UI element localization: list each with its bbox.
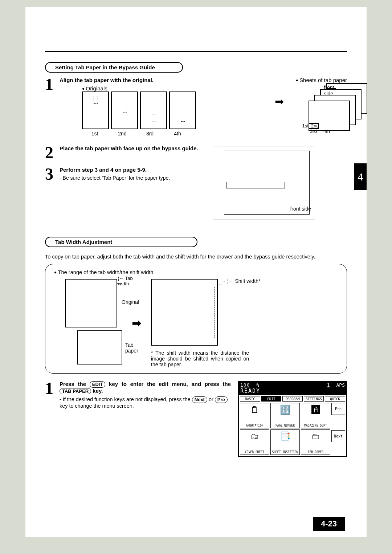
step-number: 3	[45, 167, 60, 182]
edit-key: EDIT	[90, 381, 106, 388]
next-key: Next	[192, 396, 207, 403]
press-edit-instruction: Press the EDIT key to enter the edit men…	[60, 381, 231, 394]
section-title-2: Tab Width Adjustment	[45, 237, 197, 247]
shift-width-note: * The shift width means the distance the…	[151, 350, 249, 367]
arrow-icon: ➡	[275, 95, 284, 108]
lcd-btn-next[interactable]: Next	[331, 430, 345, 442]
step3-title: Perform step 3 and 4 on page 5-9.	[60, 167, 201, 173]
originals-diagram	[82, 91, 263, 129]
lcd-status: READY	[239, 388, 346, 395]
step-number: 2	[45, 145, 60, 160]
page-number: 4-23	[313, 517, 345, 531]
step1-title: Align the tab paper with the original.	[60, 77, 263, 83]
manual-page: 4 Setting Tab Paper in the Bypass Guide …	[25, 7, 367, 537]
lcd-tab-basic[interactable]: BASIC	[240, 396, 260, 402]
lcd-screen: 100 % 1 APS READY BASIC EDIT PROGRAM SET…	[238, 381, 347, 457]
chapter-tab: 4	[354, 163, 367, 190]
originals-label: Originals	[82, 85, 263, 91]
press-edit-note: - If the desired function keys are not d…	[60, 396, 231, 409]
section-title-1: Setting Tab Paper in the Bypass Guide	[45, 62, 183, 73]
step-number: 1	[45, 381, 60, 396]
lcd-tab-settings[interactable]: SETTINGS	[304, 396, 324, 402]
bypass-guide-illustration: front side	[213, 147, 315, 220]
arrow-icon: ➡	[132, 316, 142, 330]
lcd-tab-edit[interactable]: EDIT	[261, 396, 282, 402]
step-number: 1	[45, 77, 60, 92]
width-explanation-panel: The range of the tab width/the shift wid…	[45, 264, 347, 374]
lcd-btn-page-number[interactable]: 🔢PAGE NUMBER	[270, 403, 300, 428]
lcd-btn-annotation[interactable]: 🗒ANNOTATION	[240, 403, 269, 428]
step2-title: Place the tab paper with face up on the …	[60, 145, 201, 151]
pre-key: Pre	[215, 396, 228, 403]
lcd-tab-program[interactable]: PROGRAM	[282, 396, 303, 402]
tab-paper-key: TAB PAPER	[60, 388, 91, 395]
section2-para: To copy on tab paper, adjust both the ta…	[45, 254, 347, 260]
originals-order-labels: 1st 2nd 3rd 4th	[82, 131, 263, 137]
lcd-btn-sheet-insertion[interactable]: 📑SHEET INSERTION	[270, 429, 300, 455]
lcd-btn-cover-sheet[interactable]: 🗂COVER SHEET	[240, 429, 269, 455]
lcd-mode-tabs[interactable]: BASIC EDIT PROGRAM SETTINGS QUICK	[240, 396, 345, 402]
shift-width-diagram	[151, 279, 218, 346]
panel-heading: The range of the tab width/the shift wid…	[54, 269, 338, 275]
photo-front-side-label: front side	[290, 206, 311, 212]
lcd-btn-tab-paper[interactable]: 🗀TAB PAPER	[301, 429, 330, 455]
step3-note: - Be sure to select ‘Tab Paper’ for the …	[60, 175, 201, 181]
lcd-tab-quick[interactable]: QUICK	[325, 396, 345, 402]
sheets-label: Sheets of tab paper	[295, 77, 347, 83]
sheets-diagram: front side 1st 2nd 3rd 4th	[304, 83, 347, 130]
tabpaper-diagram	[77, 330, 122, 364]
original-diagram	[65, 279, 117, 327]
lcd-btn-magazine-sort[interactable]: 🅰MAGAZINE SORT	[301, 403, 330, 428]
lcd-btn-pre[interactable]: Pre	[331, 403, 345, 415]
